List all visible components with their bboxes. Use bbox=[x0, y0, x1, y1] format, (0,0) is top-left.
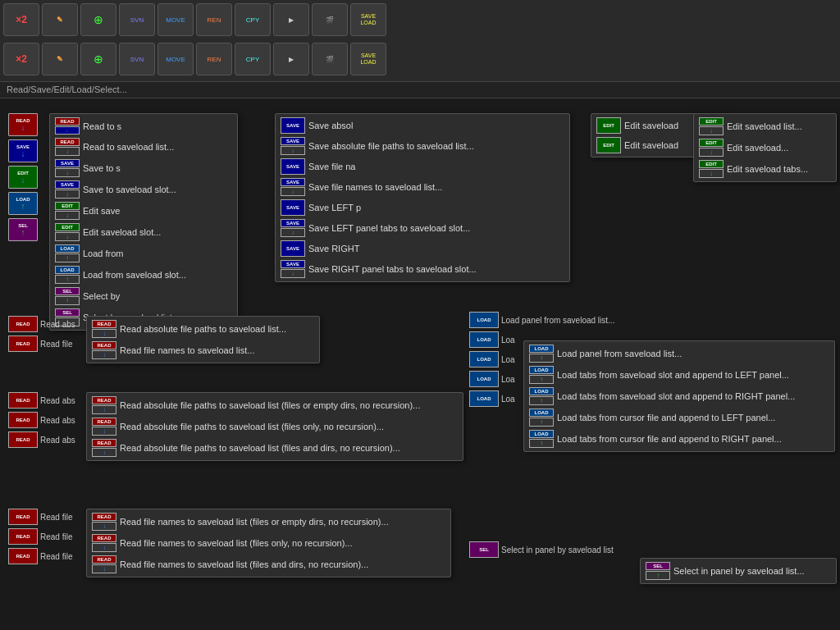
main-read-item[interactable]: READ↓ bbox=[8, 113, 38, 136]
btn-edit-1[interactable]: ✎ bbox=[42, 3, 78, 36]
load-submenu-panel: LOAD ↑ Load panel from saveload list... … bbox=[523, 340, 835, 452]
toolbar-row-1: ×2 ✎ ⊕ SVN MOVE REN CPY ▶ 🎬 SAVELOAD bbox=[0, 0, 840, 39]
menu-item-select-by[interactable]: SEL ↑ Select by bbox=[50, 285, 237, 307]
edit-submenu-panel: EDIT ↓ Edit saveload list... EDIT ↓ Edit… bbox=[693, 113, 837, 182]
read-abs-detail-icon-1[interactable]: READ Read abs bbox=[8, 392, 75, 409]
edit-list[interactable]: EDIT ↓ Edit saveload list... bbox=[694, 116, 836, 137]
edit-tabs[interactable]: EDIT ↓ Edit saveload tabs... bbox=[694, 158, 836, 180]
btn-add-2[interactable]: ⊕ bbox=[80, 43, 116, 75]
btn-copy-1[interactable]: CPY bbox=[235, 3, 271, 36]
btn-video-1[interactable]: 🎬 bbox=[312, 3, 348, 36]
read-file-empty-dirs[interactable]: READ ↓ Read file names to saveload list … bbox=[87, 511, 450, 532]
btn-svn-1[interactable]: SVN bbox=[119, 3, 155, 36]
edit-saveload[interactable]: EDIT ↓ Edit saveload... bbox=[694, 137, 836, 158]
btn-misc-2[interactable]: ▶ bbox=[273, 43, 309, 75]
btn-saveload-1[interactable]: SAVELOAD bbox=[350, 3, 386, 36]
save-left-slot[interactable]: SAVE ↓ Save LEFT panel tabs to saveload … bbox=[276, 217, 569, 239]
read-abs-detail-submenu: READ ↓ Read absolute file paths to savel… bbox=[86, 392, 463, 461]
load-left-cursor[interactable]: LOAD ↑ Load tabs from cursor file and ap… bbox=[524, 407, 834, 428]
read-abs-paths-list[interactable]: READ ↓ Read absolute file paths to savel… bbox=[87, 318, 319, 340]
read-abs-detail-icon-3[interactable]: READ Read abs bbox=[8, 431, 75, 448]
btn-x2-2[interactable]: ×2 bbox=[3, 43, 39, 75]
main-area: READ↓ SAVE↓ EDIT↓ LOAD↑ SEL↑ bbox=[0, 98, 840, 630]
menu-item-edit-save[interactable]: EDIT ↓ Edit save bbox=[50, 200, 237, 221]
status-text: Read/Save/Edit/Load/Select... bbox=[7, 84, 127, 94]
read-file-detail-icon-group: READ Read file READ Read file READ Read … bbox=[8, 509, 72, 564]
btn-add-1[interactable]: ⊕ bbox=[80, 3, 116, 36]
save-filename-list[interactable]: SAVE ↓ Save file names to saveload list.… bbox=[276, 176, 569, 198]
menu-item-load-slot[interactable]: LOAD ↑ Load from saveload slot... bbox=[50, 264, 237, 285]
read-file-detail-icon-2[interactable]: READ Read file bbox=[8, 528, 72, 545]
menu-item-read-to-list[interactable]: READ ↓ Read to saveload list... bbox=[50, 136, 237, 158]
btn-x2-1[interactable]: ×2 bbox=[3, 3, 39, 36]
main-save-item[interactable]: SAVE↓ bbox=[8, 139, 38, 162]
btn-misc-1[interactable]: ▶ bbox=[273, 3, 309, 36]
btn-video-2[interactable]: 🎬 bbox=[312, 43, 348, 75]
read-abs-icon-1[interactable]: READ Read abs bbox=[8, 316, 75, 332]
read-file-files-dirs[interactable]: READ ↓ Read file names to saveload list … bbox=[87, 554, 450, 575]
btn-copy-2[interactable]: CPY bbox=[235, 43, 271, 75]
save-left-header[interactable]: SAVE Save LEFT p bbox=[276, 198, 569, 217]
main-menu-panel: READ ↓ Read to s READ ↓ Read to saveload… bbox=[49, 113, 238, 331]
save-filename-header[interactable]: SAVE Save file na bbox=[276, 157, 569, 176]
load-panel-list[interactable]: LOAD ↑ Load panel from saveload list... bbox=[524, 343, 834, 364]
btn-edit-2[interactable]: ✎ bbox=[42, 43, 78, 75]
btn-svn-2[interactable]: SVN bbox=[119, 43, 155, 75]
read-abs-detail-icon-group: READ Read abs READ Read abs READ Read ab… bbox=[8, 392, 75, 448]
btn-rename-1[interactable]: REN bbox=[196, 3, 232, 36]
btn-rename-2[interactable]: REN bbox=[196, 43, 232, 75]
select-icon-group: SEL Select in panel by saveload list bbox=[469, 541, 614, 558]
menu-item-save-to[interactable]: SAVE ↓ Save to s bbox=[50, 158, 237, 179]
btn-move-1[interactable]: MOVE bbox=[158, 3, 194, 36]
main-load-item[interactable]: LOAD↑ bbox=[8, 192, 38, 215]
btn-move-2[interactable]: MOVE bbox=[158, 43, 194, 75]
read-abs-submenu: READ ↓ Read absolute file paths to savel… bbox=[86, 316, 320, 363]
read-abs-files-dirs[interactable]: READ ↓ Read absolute file paths to savel… bbox=[87, 437, 463, 459]
main-icon-group: READ↓ SAVE↓ EDIT↓ LOAD↑ SEL↑ bbox=[8, 113, 38, 244]
read-abs-icon-2[interactable]: READ Read file bbox=[8, 336, 75, 352]
load-right-cursor[interactable]: LOAD ↑ Load tabs from cursor file and ap… bbox=[524, 428, 834, 450]
select-by-list[interactable]: SEL ↑ Select in panel by saveload list..… bbox=[641, 560, 836, 582]
menu-item-read-to[interactable]: READ ↓ Read to s bbox=[50, 116, 237, 136]
load-left-slot[interactable]: LOAD ↑ Load tabs from saveload slot and … bbox=[524, 364, 834, 386]
load-icon-1[interactable]: LOAD Load panel from saveload list... bbox=[469, 312, 614, 328]
toolbar-row-2: ×2 ✎ ⊕ SVN MOVE REN CPY ▶ 🎬 SAVELOAD bbox=[0, 39, 840, 79]
select-icon-1[interactable]: SEL Select in panel by saveload list bbox=[469, 541, 614, 558]
load-right-slot[interactable]: LOAD ↑ Load tabs from saveload slot and … bbox=[524, 386, 834, 407]
read-abs-icon-group: READ Read abs READ Read file bbox=[8, 316, 75, 352]
status-bar: Read/Save/Edit/Load/Select... bbox=[0, 82, 840, 98]
toolbar-area: ×2 ✎ ⊕ SVN MOVE REN CPY ▶ 🎬 SAVELOAD ×2 … bbox=[0, 0, 840, 82]
read-file-detail-submenu: READ ↓ Read file names to saveload list … bbox=[86, 509, 451, 578]
read-file-detail-icon-3[interactable]: READ Read file bbox=[8, 548, 72, 564]
save-abs-list[interactable]: SAVE ↓ Save absolute file paths to savel… bbox=[276, 135, 569, 157]
save-right-slot[interactable]: SAVE ↓ Save RIGHT panel tabs to saveload… bbox=[276, 258, 569, 280]
save-right-header[interactable]: SAVE Save RIGHT bbox=[276, 239, 569, 258]
read-file-files-only[interactable]: READ ↓ Read file names to saveload list … bbox=[87, 532, 450, 554]
read-abs-files-only[interactable]: READ ↓ Read absolute file paths to savel… bbox=[87, 416, 463, 437]
read-abs-empty-dirs[interactable]: READ ↓ Read absolute file paths to savel… bbox=[87, 395, 463, 416]
read-abs-detail-icon-2[interactable]: READ Read abs bbox=[8, 412, 75, 428]
main-edit-item[interactable]: EDIT↓ bbox=[8, 166, 38, 189]
read-file-detail-icon-1[interactable]: READ Read file bbox=[8, 509, 72, 525]
save-menu-header[interactable]: SAVE Save absol bbox=[276, 116, 569, 135]
read-filenames-list[interactable]: READ ↓ Read file names to saveload list.… bbox=[87, 340, 319, 361]
menu-item-edit-slot[interactable]: EDIT ↓ Edit saveload slot... bbox=[50, 221, 237, 243]
btn-saveload-2[interactable]: SAVELOAD bbox=[350, 43, 386, 75]
select-submenu-panel: SEL ↑ Select in panel by saveload list..… bbox=[640, 558, 837, 584]
save-submenu-panel: SAVE Save absol SAVE ↓ Save absolute fil… bbox=[275, 113, 570, 282]
main-sel-item[interactable]: SEL↑ bbox=[8, 218, 38, 241]
menu-item-load-from[interactable]: LOAD ↑ Load from bbox=[50, 243, 237, 264]
menu-item-save-to-slot[interactable]: SAVE ↓ Save to saveload slot... bbox=[50, 179, 237, 200]
